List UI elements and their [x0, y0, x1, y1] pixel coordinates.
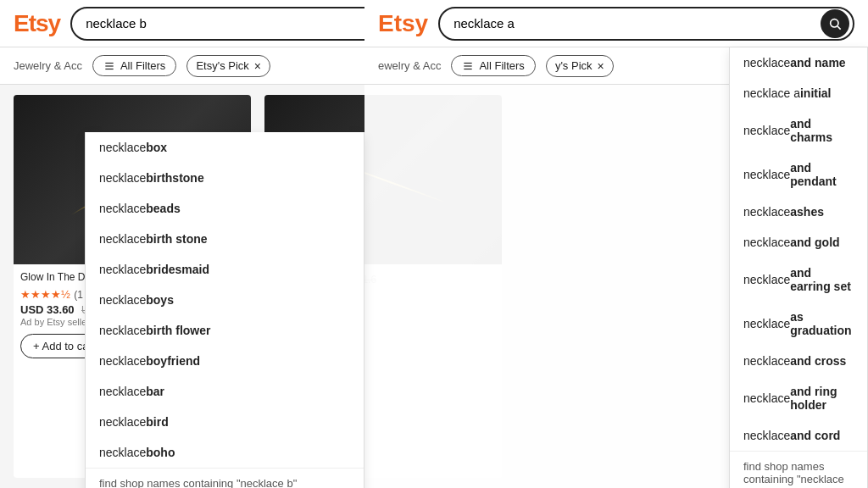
second-search-overlay: Etsy ewelry & Acc All Filters y's Pick × — [364, 0, 868, 488]
etsy-pick-badge: Etsy's Pick × — [186, 55, 270, 77]
etsy-logo: Etsy — [14, 10, 60, 37]
suggestion-a-and-cord[interactable]: necklace and cord — [730, 420, 867, 451]
suggestion-a-and-name[interactable]: necklace and name — [730, 47, 867, 78]
second-search-input[interactable] — [453, 16, 821, 30]
all-filters-label: All Filters — [120, 59, 165, 72]
suggestion-a-and-pendant[interactable]: necklace and pendant — [730, 152, 867, 197]
second-all-filters-button[interactable]: All Filters — [451, 55, 535, 76]
second-etsy-logo: Etsy — [378, 10, 428, 37]
suggestion-a-initial[interactable]: necklace a initial — [730, 78, 867, 108]
suggestion-a-and-ring-holder[interactable]: necklace and ring holder — [730, 376, 867, 420]
second-header: Etsy — [364, 0, 868, 47]
suggestion-b-bridesmaid[interactable]: necklace bridesmaid — [86, 254, 364, 285]
suggestion-b-birthstone[interactable]: necklace birthstone — [86, 163, 364, 193]
suggestion-a-and-cross[interactable]: necklace and cross — [730, 346, 867, 376]
suggestion-b-boho[interactable]: necklace boho — [86, 437, 364, 468]
suggestion-a-and-gold[interactable]: necklace and gold — [730, 227, 867, 258]
second-search-button[interactable] — [821, 9, 849, 38]
suggestion-b-boyfriend[interactable]: necklace boyfriend — [86, 346, 364, 376]
suggestion-b-beads[interactable]: necklace beads — [86, 193, 364, 224]
all-filters-button[interactable]: All Filters — [92, 55, 176, 76]
second-search-icon — [828, 17, 842, 30]
review-count-1: (1 — [74, 289, 83, 301]
dropdown-b: necklace box necklace birthstone necklac… — [85, 132, 364, 488]
dropdown-a: necklace and name necklace a initial nec… — [729, 47, 868, 488]
second-all-filters-label: All Filters — [479, 59, 524, 72]
suggestion-b-bar[interactable]: necklace bar — [86, 376, 364, 407]
product-price-1: USD 33.60 — [20, 303, 75, 316]
svg-point-5 — [831, 19, 838, 26]
etsy-pick-close[interactable]: × — [254, 59, 261, 73]
second-category-link: ewelry & Acc — [378, 59, 441, 72]
second-etsy-pick-label: y's Pick — [555, 59, 593, 72]
category-link[interactable]: Jewelry & Acc — [14, 59, 82, 72]
find-shops-a[interactable]: find shop names containing "necklace a" — [730, 451, 867, 488]
suggestion-a-as-graduation[interactable]: necklace as graduation — [730, 302, 867, 346]
suggestion-a-ashes[interactable]: necklace ashes — [730, 197, 867, 227]
suggestion-b-bird[interactable]: necklace bird — [86, 407, 364, 437]
suggestion-b-boys[interactable]: necklace boys — [86, 285, 364, 315]
suggestion-b-birth-stone[interactable]: necklace birth stone — [86, 224, 364, 254]
svg-line-6 — [837, 26, 841, 30]
stars-icon-1: ★★★★½ — [20, 288, 70, 301]
filter-icon — [103, 60, 115, 72]
second-etsy-pick-badge: y's Pick × — [546, 55, 614, 77]
suggestion-a-and-earring-set[interactable]: necklace and earring set — [730, 258, 867, 302]
suggestion-b-box[interactable]: necklace box — [86, 132, 364, 163]
etsy-pick-label: Etsy's Pick — [196, 59, 248, 72]
second-etsy-pick-close[interactable]: × — [598, 59, 604, 73]
suggestion-a-and-charms[interactable]: necklace and charms — [730, 108, 867, 152]
second-filter-icon — [462, 60, 474, 72]
find-shops-b[interactable]: find shop names containing "necklace b" — [86, 468, 364, 488]
suggestion-b-birth-flower[interactable]: necklace birth flower — [86, 315, 364, 346]
second-search-bar — [438, 7, 854, 41]
